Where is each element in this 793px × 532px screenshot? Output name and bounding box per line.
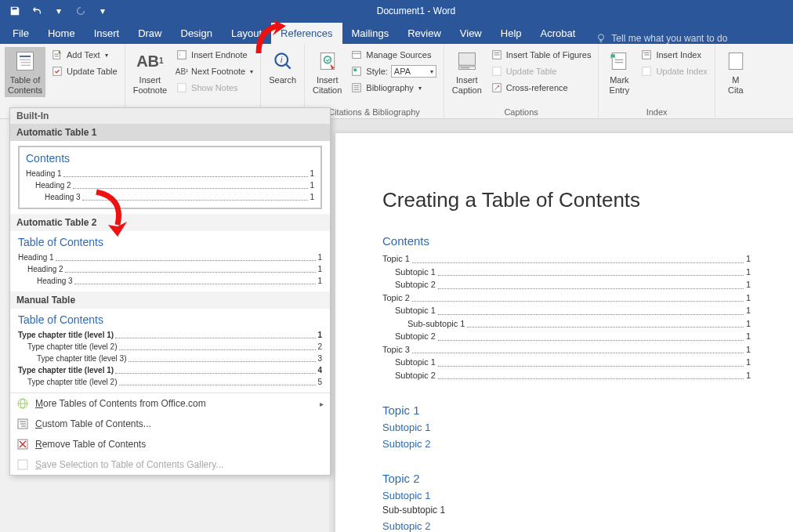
- undo-button[interactable]: [28, 2, 45, 20]
- tab-help[interactable]: Help: [491, 23, 531, 44]
- mark-citation-icon: [723, 49, 748, 74]
- insert-tof-button[interactable]: Insert Table of Figures: [488, 47, 594, 63]
- tab-design[interactable]: Design: [172, 23, 222, 44]
- toc-menu-save: Save Selection to Table of Contents Gall…: [10, 454, 330, 475]
- toc-menu-more[interactable]: More Tables of Contents from Office.com …: [10, 393, 330, 414]
- next-footnote-button[interactable]: AB¹ Next Footnote▾: [173, 63, 255, 79]
- cross-reference-button[interactable]: Cross-reference: [488, 80, 594, 96]
- insert-endnote-button[interactable]: ⁱ Insert Endnote: [173, 47, 255, 63]
- show-notes-button[interactable]: Show Notes: [173, 80, 255, 96]
- svg-rect-41: [729, 53, 743, 70]
- tab-insert[interactable]: Insert: [85, 23, 129, 44]
- doc-body-heading: Subtopic 2: [382, 438, 751, 450]
- insert-caption-button[interactable]: Insert Caption: [449, 47, 485, 97]
- doc-toc-line: Subtopic 21: [395, 278, 751, 291]
- svg-line-15: [286, 64, 290, 68]
- table-of-contents-button[interactable]: Table of Contents: [5, 47, 45, 97]
- doc-body-heading: Subtopic 2: [382, 520, 751, 532]
- svg-rect-12: [178, 84, 186, 92]
- group-label-index: Index: [603, 106, 709, 117]
- redo-button[interactable]: [72, 2, 89, 20]
- caption-icon: [454, 49, 480, 74]
- group-index: Mark Entry Insert Index Update Index Ind…: [599, 44, 715, 118]
- tab-view[interactable]: View: [451, 23, 491, 44]
- doc-toc-line: Sub-subtopic 11: [407, 317, 751, 331]
- svg-rect-18: [353, 52, 361, 59]
- update-tof-button[interactable]: Update Table: [488, 63, 594, 79]
- save-gallery-icon: [16, 458, 29, 471]
- endnote-icon: ⁱ: [176, 49, 188, 61]
- update-index-button[interactable]: Update Index: [638, 63, 709, 79]
- toc-preview-auto2[interactable]: Table of Contents Heading 11Heading 21He…: [10, 231, 330, 291]
- style-selector[interactable]: Style: APA▾: [348, 63, 439, 79]
- doc-toc-line: Subtopic 11: [395, 266, 751, 279]
- document-title: Document1 - Word: [118, 5, 715, 16]
- svg-text:i: i: [281, 55, 283, 64]
- mark-entry-button[interactable]: Mark Entry: [603, 47, 635, 97]
- update-table-button[interactable]: Update Table: [49, 63, 120, 79]
- ribbon-tabs: File Home Insert Draw Design Layout Refe…: [0, 22, 793, 44]
- mark-citation-button[interactable]: M Cita: [720, 47, 751, 97]
- insert-citation-button[interactable]: Insert Citation: [310, 47, 345, 97]
- doc-body-heading: Subtopic 1: [382, 422, 751, 433]
- tab-draw[interactable]: Draw: [129, 23, 171, 44]
- toc-preview-line: Heading 11: [26, 168, 314, 179]
- chevron-right-icon: ▸: [320, 400, 324, 408]
- insert-index-button[interactable]: Insert Index: [638, 47, 709, 63]
- toc-preview-line: Heading 31: [37, 275, 322, 287]
- quick-access-toolbar: ▾ ▾: [0, 0, 118, 22]
- toc-preview-line: Type chapter title (level 2)5: [27, 376, 322, 388]
- tab-file[interactable]: File: [3, 23, 38, 44]
- document-page[interactable]: Creating a Table of Contents Contents To…: [335, 133, 793, 532]
- search-button[interactable]: i Search: [266, 47, 299, 87]
- globe-icon: [16, 397, 29, 410]
- undo-dropdown-icon[interactable]: ▾: [50, 2, 67, 20]
- svg-text:ⁱ: ⁱ: [179, 52, 180, 58]
- doc-body-heading: Topic 1: [382, 404, 751, 417]
- toc-preview-line: Heading 11: [18, 252, 322, 263]
- toc-preview-line: Type chapter title (level 3)3: [37, 353, 322, 364]
- tab-home[interactable]: Home: [38, 23, 85, 44]
- page-title: Creating a Table of Contents: [382, 188, 751, 212]
- toc-icon: [13, 49, 38, 74]
- toc-preview-line: Type chapter title (level 2)2: [27, 341, 322, 353]
- add-text-icon: [51, 49, 63, 61]
- tell-me-search[interactable]: Tell me what you want to do: [596, 33, 727, 44]
- doc-body: Topic 1Subtopic 1Subtopic 2Topic 2Subtop…: [382, 404, 751, 532]
- doc-toc-line: Topic 31: [382, 343, 751, 356]
- toc-menu-custom[interactable]: Custom Table of Contents...: [10, 414, 330, 434]
- toc-preview-line: Heading 21: [27, 263, 322, 275]
- toc-option-auto2[interactable]: Automatic Table 2: [10, 214, 330, 231]
- toc-dropdown: Built-In Automatic Table 1 Contents Head…: [9, 107, 331, 476]
- tell-me-label: Tell me what you want to do: [611, 33, 727, 44]
- add-text-button[interactable]: Add Text▾: [49, 47, 120, 63]
- next-footnote-icon: AB¹: [176, 65, 188, 78]
- doc-body-heading: Topic 2: [382, 472, 751, 485]
- toc-preview-auto1[interactable]: Contents Heading 11Heading 21Heading 31: [10, 141, 330, 214]
- toc-section-builtin: Built-In: [10, 108, 330, 124]
- save-button[interactable]: [6, 2, 24, 20]
- title-bar: ▾ ▾ Document1 - Word: [0, 0, 793, 22]
- tab-review[interactable]: Review: [398, 23, 451, 44]
- style-combo[interactable]: APA▾: [391, 65, 436, 78]
- cross-ref-icon: [491, 81, 503, 94]
- chevron-down-icon: ▾: [250, 68, 253, 75]
- toc-menu-remove[interactable]: Remove Table of Contents: [10, 434, 330, 454]
- insert-footnote-button[interactable]: AB1 Insert Footnote: [130, 47, 170, 97]
- tab-layout[interactable]: Layout: [222, 23, 271, 44]
- qat-more-icon[interactable]: ▾: [94, 2, 111, 20]
- toc-option-auto1[interactable]: Automatic Table 1: [10, 124, 330, 141]
- group-authorities: M Cita: [715, 44, 756, 118]
- manage-sources-button[interactable]: Manage Sources: [348, 47, 439, 63]
- tab-acrobat[interactable]: Acrobat: [531, 23, 585, 44]
- bibliography-icon: [350, 81, 363, 94]
- citation-icon: [315, 49, 340, 74]
- document-area[interactable]: Creating a Table of Contents Contents To…: [329, 119, 793, 532]
- bibliography-button[interactable]: Bibliography▾: [348, 80, 439, 96]
- tab-mailings[interactable]: Mailings: [342, 23, 399, 44]
- toc-option-manual[interactable]: Manual Table: [10, 291, 330, 309]
- toc-preview-line: Heading 31: [45, 191, 314, 203]
- tab-references[interactable]: References: [271, 23, 342, 44]
- svg-rect-50: [18, 460, 27, 469]
- toc-preview-manual[interactable]: Table of Contents Type chapter title (le…: [10, 309, 330, 393]
